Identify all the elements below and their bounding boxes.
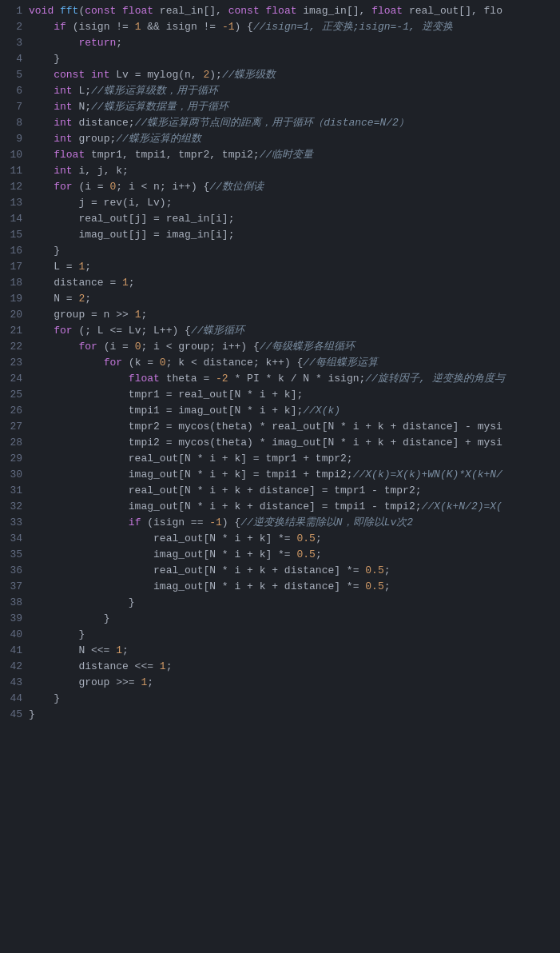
line-number: 24 xyxy=(6,371,22,387)
line-number: 35 xyxy=(6,547,22,563)
num-token: 0.5 xyxy=(365,580,383,592)
punc-token: } xyxy=(54,245,60,257)
kw-token: int xyxy=(91,69,116,81)
kw-token: return xyxy=(78,37,116,49)
code-line: tmpr2 = mycos(theta) * real_out[N * i + … xyxy=(29,419,554,435)
line-number: 42 xyxy=(6,659,22,675)
cm-token: //旋转因子, 逆变换的角度与 xyxy=(365,373,504,385)
code-line: real_out[j] = real_in[i]; xyxy=(29,211,554,227)
kw-token: int xyxy=(54,101,78,113)
line-number: 5 xyxy=(6,67,22,83)
plain-token: ; xyxy=(129,277,135,289)
line-number: 1 xyxy=(6,3,22,19)
plain-token: distance; xyxy=(78,117,134,129)
line-number: 23 xyxy=(6,355,22,371)
plain-token xyxy=(29,373,129,385)
plain-token xyxy=(29,181,54,193)
cm-token: //蝶形循环 xyxy=(191,325,245,337)
plain-token: imag_out[N * i + k + distance] *= xyxy=(29,580,365,592)
num-token: 1 xyxy=(122,277,129,289)
plain-token: && isign != xyxy=(141,21,221,33)
line-number: 13 xyxy=(6,195,22,211)
line-number: 10 xyxy=(6,147,22,163)
num-token: 0.5 xyxy=(296,548,315,560)
kw-token: float xyxy=(54,149,91,161)
plain-token xyxy=(29,612,104,624)
punc-token: { xyxy=(240,21,253,33)
code-line: const int Lv = mylog(n, 2);//蝶形级数 xyxy=(29,67,554,83)
plain-token xyxy=(29,85,54,97)
code-content[interactable]: void fft(const float real_in[], const fl… xyxy=(29,3,560,723)
plain-token: real_in[], xyxy=(160,5,228,17)
line-number: 22 xyxy=(6,339,22,355)
code-line: int group;//蝶形运算的组数 xyxy=(29,131,554,147)
kw-token: void xyxy=(29,5,60,17)
plain-token xyxy=(29,341,78,353)
code-line: real_out[N * i + k] = tmpr1 + tmpr2; xyxy=(29,451,554,467)
line-number: 37 xyxy=(6,579,22,595)
plain-token: ; xyxy=(166,660,173,672)
plain-token xyxy=(29,357,104,369)
kw-token: int xyxy=(54,165,78,177)
kw-token: float xyxy=(371,5,409,17)
code-line: distance <<= 1; xyxy=(29,659,554,675)
plain-token xyxy=(29,628,78,640)
kw-token: float xyxy=(266,5,304,17)
punc-token: } xyxy=(29,708,35,720)
code-line: int N;//蝶形运算数据量，用于循环 xyxy=(29,99,554,115)
plain-token xyxy=(29,21,54,33)
plain-token: ; xyxy=(85,261,91,273)
plain-token: ; xyxy=(316,532,322,544)
code-line: } xyxy=(29,707,554,723)
plain-token: ); xyxy=(209,69,222,81)
plain-token: group >>= xyxy=(29,676,141,688)
code-line: float tmpr1, tmpi1, tmpr2, tmpi2;//临时变量 xyxy=(29,147,554,163)
plain-token: imag_in[], xyxy=(303,5,371,17)
line-number: 14 xyxy=(6,211,22,227)
code-line: N = 2; xyxy=(29,291,554,307)
line-number: 38 xyxy=(6,595,22,611)
line-number: 20 xyxy=(6,307,22,323)
plain-token: ) { xyxy=(222,516,240,528)
plain-token: ; k < distance; k++) { xyxy=(166,357,304,369)
plain-token: real_out[N * i + k] *= xyxy=(29,532,296,544)
line-number: 11 xyxy=(6,163,22,179)
code-line: int L;//蝶形运算级数，用于循环 xyxy=(29,83,554,99)
kw-token: const xyxy=(228,5,266,17)
line-number: 6 xyxy=(6,83,22,99)
code-line: imag_out[N * i + k + distance] *= 0.5; xyxy=(29,579,554,595)
punc-token: } xyxy=(129,596,135,608)
code-line: j = rev(i, Lv); xyxy=(29,195,554,211)
cm-token: //isign=1, 正变换;isign=-1, 逆变换 xyxy=(253,21,453,33)
code-line: imag_out[N * i + k] *= 0.5; xyxy=(29,547,554,563)
line-number: 45 xyxy=(6,707,22,723)
plain-token: j = rev(i, Lv); xyxy=(29,197,172,209)
plain-token xyxy=(29,117,54,129)
code-line: int distance;//蝶形运算两节点间的距离，用于循环（distance… xyxy=(29,115,554,131)
plain-token: distance <<= xyxy=(29,660,160,672)
line-number: 41 xyxy=(6,643,22,659)
kw-token: float xyxy=(122,5,160,17)
kw-token: int xyxy=(54,117,78,129)
line-number: 7 xyxy=(6,99,22,115)
plain-token: N <<= xyxy=(29,644,116,656)
line-number: 21 xyxy=(6,323,22,339)
code-line: L = 1; xyxy=(29,259,554,275)
code-line: for (; L <= Lv; L++) {//蝶形循环 xyxy=(29,323,554,339)
code-line: return; xyxy=(29,35,554,51)
cm-token: //X(k) xyxy=(303,405,340,417)
plain-token: (k = xyxy=(129,357,160,369)
cm-token: //逆变换结果需除以N，即除以Lv次2 xyxy=(240,516,413,528)
punc-token: } xyxy=(104,612,110,624)
plain-token: tmpi2 = mycos(theta) * imag_out[N * i + … xyxy=(29,437,502,449)
code-line: real_out[N * i + k] *= 0.5; xyxy=(29,531,554,547)
punc-token: } xyxy=(54,692,60,704)
plain-token: real_out[], flo xyxy=(409,5,502,17)
plain-token: i = xyxy=(85,181,109,193)
plain-token: ; i < group; i++) { xyxy=(141,341,259,353)
code-line: group >>= 1; xyxy=(29,675,554,691)
kw-token: int xyxy=(54,133,78,145)
code-line: if (isign == -1) {//逆变换结果需除以N，即除以Lv次2 xyxy=(29,515,554,531)
plain-token xyxy=(29,53,54,65)
cm-token: //每组蝶形运算 xyxy=(303,357,378,369)
